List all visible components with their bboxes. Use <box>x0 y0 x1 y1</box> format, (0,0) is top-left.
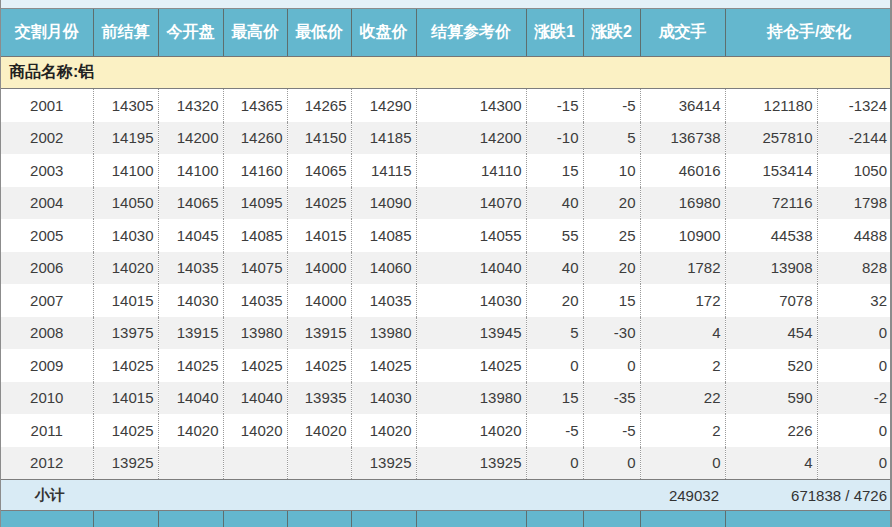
subtotal-volume: 249032 <box>640 480 725 511</box>
open-interest-cell: 257810 <box>725 122 817 155</box>
volume-cell: 16980 <box>640 187 725 220</box>
open-cell: 14065 <box>158 187 223 220</box>
high-cell: 14260 <box>223 122 287 155</box>
close-cell: 14060 <box>351 252 416 285</box>
change1-cell: 20 <box>526 284 583 317</box>
settle-ref-cell: 13925 <box>416 447 526 480</box>
low-cell: 14000 <box>287 284 351 317</box>
open-interest-cell: 153414 <box>725 154 817 187</box>
change1-cell: 0 <box>526 447 583 480</box>
high-cell: 14095 <box>223 187 287 220</box>
prev-settle-cell: 13975 <box>93 317 158 350</box>
month-cell: 2006 <box>1 252 93 285</box>
close-cell: 14020 <box>351 414 416 447</box>
futures-quotes-table: 交割月份 前结算 今开盘 最高价 最低价 收盘价 结算参考价 涨跌1 涨跌2 成… <box>1 9 892 527</box>
low-cell <box>287 447 351 480</box>
col-header-high: 最高价 <box>223 9 287 57</box>
low-cell: 14265 <box>287 89 351 122</box>
open-interest-cell: 590 <box>725 382 817 415</box>
high-cell: 14035 <box>223 284 287 317</box>
month-cell: 2002 <box>1 122 93 155</box>
prev-settle-cell: 14305 <box>93 89 158 122</box>
change1-cell: 15 <box>526 382 583 415</box>
open-interest-cell: 44538 <box>725 219 817 252</box>
low-cell: 14065 <box>287 154 351 187</box>
subtotal-label: 小计 <box>1 480 640 511</box>
month-cell: 2010 <box>1 382 93 415</box>
oi-change-cell: 0 <box>817 447 892 480</box>
open-cell <box>158 447 223 480</box>
header-row: 交割月份 前结算 今开盘 最高价 最低价 收盘价 结算参考价 涨跌1 涨跌2 成… <box>1 9 892 57</box>
volume-cell: 46016 <box>640 154 725 187</box>
change2-cell: 5 <box>583 122 640 155</box>
change1-cell: 55 <box>526 219 583 252</box>
settle-ref-cell: 14055 <box>416 219 526 252</box>
settle-ref-cell: 14040 <box>416 252 526 285</box>
table-body: 2001143051432014365142651429014300-15-53… <box>1 89 892 480</box>
open-interest-cell: 13908 <box>725 252 817 285</box>
oi-change-cell: 0 <box>817 349 892 382</box>
open-interest-cell: 520 <box>725 349 817 382</box>
settle-ref-cell: 13980 <box>416 382 526 415</box>
oi-change-cell: 32 <box>817 284 892 317</box>
month-cell: 2007 <box>1 284 93 317</box>
low-cell: 13935 <box>287 382 351 415</box>
table-row: 20081397513915139801391513980139455-3044… <box>1 317 892 350</box>
change1-cell: -10 <box>526 122 583 155</box>
product-name-row: 商品名称:铝 <box>1 57 892 89</box>
change1-cell: -5 <box>526 414 583 447</box>
change2-cell: -30 <box>583 317 640 350</box>
change1-cell: -15 <box>526 89 583 122</box>
change2-cell: 25 <box>583 219 640 252</box>
high-cell: 14075 <box>223 252 287 285</box>
col-header-volume: 成交手 <box>640 9 725 57</box>
prev-settle-cell: 14050 <box>93 187 158 220</box>
close-cell: 14025 <box>351 349 416 382</box>
table-row: 2005140301404514085140151408514055552510… <box>1 219 892 252</box>
subtotal-row: 小计 249032 671838 / 4726 <box>1 480 892 511</box>
prev-settle-cell: 14025 <box>93 349 158 382</box>
settle-ref-cell: 13945 <box>416 317 526 350</box>
table-row: 201213925139251392500040 <box>1 447 892 480</box>
oi-change-cell: -2 <box>817 382 892 415</box>
prev-settle-cell: 14015 <box>93 284 158 317</box>
high-cell: 14160 <box>223 154 287 187</box>
table-row: 2003141001410014160140651411514110151046… <box>1 154 892 187</box>
month-cell: 2008 <box>1 317 93 350</box>
prev-settle-cell: 14015 <box>93 382 158 415</box>
high-cell: 13980 <box>223 317 287 350</box>
quotes-panel: 交割月份 前结算 今开盘 最高价 最低价 收盘价 结算参考价 涨跌1 涨跌2 成… <box>0 0 892 527</box>
table-row: 2004140501406514095140251409014070402016… <box>1 187 892 220</box>
open-cell: 13915 <box>158 317 223 350</box>
previous-section-strip <box>1 0 890 9</box>
prev-settle-cell: 14100 <box>93 154 158 187</box>
table-row: 2011140251402014020140201402014020-5-522… <box>1 414 892 447</box>
volume-cell: 4 <box>640 317 725 350</box>
volume-cell: 2 <box>640 414 725 447</box>
open-interest-cell: 454 <box>725 317 817 350</box>
col-header-delivery-month: 交割月份 <box>1 9 93 57</box>
open-interest-cell: 7078 <box>725 284 817 317</box>
table-header: 交割月份 前结算 今开盘 最高价 最低价 收盘价 结算参考价 涨跌1 涨跌2 成… <box>1 9 892 57</box>
month-cell: 2011 <box>1 414 93 447</box>
col-header-close: 收盘价 <box>351 9 416 57</box>
oi-change-cell: 0 <box>817 414 892 447</box>
col-header-change2: 涨跌2 <box>583 9 640 57</box>
close-cell: 13980 <box>351 317 416 350</box>
low-cell: 14025 <box>287 349 351 382</box>
low-cell: 13915 <box>287 317 351 350</box>
prev-settle-cell: 13925 <box>93 447 158 480</box>
change2-cell: 0 <box>583 349 640 382</box>
prev-settle-cell: 14020 <box>93 252 158 285</box>
open-cell: 14035 <box>158 252 223 285</box>
open-cell: 14200 <box>158 122 223 155</box>
settle-ref-cell: 14025 <box>416 349 526 382</box>
month-cell: 2005 <box>1 219 93 252</box>
month-cell: 2004 <box>1 187 93 220</box>
open-interest-cell: 4 <box>725 447 817 480</box>
col-header-low: 最低价 <box>287 9 351 57</box>
change2-cell: -35 <box>583 382 640 415</box>
close-cell: 14185 <box>351 122 416 155</box>
month-cell: 2012 <box>1 447 93 480</box>
prev-settle-cell: 14025 <box>93 414 158 447</box>
